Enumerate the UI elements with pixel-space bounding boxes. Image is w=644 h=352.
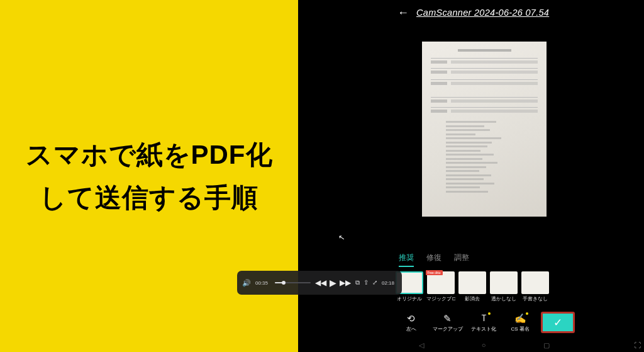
phone-preview-panel: ← CamScanner 2024-06-26 07.54 [298,0,644,352]
rotate-left-button[interactable]: ⟲ 左へ [394,313,429,332]
tab-repair[interactable]: 修復 [426,250,441,267]
nav-recent-icon[interactable]: ▢ [543,341,550,349]
back-icon[interactable]: ← [397,6,409,20]
signature-button[interactable]: ✍ CS 署名 [502,313,538,332]
filter-handwriting-none[interactable]: 手書きなし [521,271,549,302]
expand-icon[interactable]: ⤢ [372,279,377,287]
document-title[interactable]: CamScanner 2024-06-26 07.54 [416,8,549,18]
title-line-1: スマホで紙をPDF化 [26,133,273,176]
share-icon[interactable]: ⇪ [364,279,369,287]
current-time: 00:35 [255,280,270,286]
duration-time: 02:18 [382,280,397,286]
forward-icon[interactable]: ▶▶ [340,278,351,287]
signature-icon: ✍ [514,313,526,324]
phone-screen: ← CamScanner 2024-06-26 07.54 [390,0,579,352]
bottom-toolbar: ⟲ 左へ ✎ マークアップ Ｔ テキスト化 ✍ CS 署名 ✓ [390,307,579,338]
tab-recommended[interactable]: 推奨 [399,250,414,267]
app-header: ← CamScanner 2024-06-26 07.54 [390,0,579,25]
text-icon: Ｔ [479,313,489,324]
scanned-document [422,42,547,217]
filter-magic-pro[interactable]: Free ditto マジックプロ [426,271,455,302]
filter-label: 影消去 [458,296,487,302]
progress-bar[interactable] [275,282,311,283]
filter-label: 透かしなし [489,296,518,302]
fullscreen-icon[interactable]: ⛶ [634,341,641,349]
video-player-controls: 🔊 00:35 ◀◀ ▶ ▶▶ ⧉ ⇪ ⤢ 02:18 [237,271,402,295]
filter-shadow-remove[interactable]: 影消去 [458,271,486,302]
filter-tabs: 推奨 修復 調整 [390,246,579,268]
confirm-button[interactable]: ✓ [541,312,575,333]
ocr-button[interactable]: Ｔ テキスト化 [467,313,502,332]
filter-label: オリジナル [395,296,424,302]
markup-button[interactable]: ✎ マークアップ [430,313,465,332]
android-nav-bar: ◁ ○ ▢ [390,338,579,352]
tab-adjust[interactable]: 調整 [454,250,469,267]
pip-icon[interactable]: ⧉ [355,279,360,287]
title-line-2: して送信する手順 [40,176,258,219]
progress-knob[interactable] [282,281,286,285]
volume-icon[interactable]: 🔊 [242,279,251,287]
play-icon[interactable]: ▶ [330,278,336,288]
nav-back-icon[interactable]: ◁ [419,341,424,349]
check-icon: ✓ [553,316,562,329]
pencil-icon: ✎ [443,313,452,324]
free-badge: Free ditto [426,270,443,275]
filter-label: マジックプロ [426,296,455,302]
filter-label: 手書きなし [521,296,550,302]
nav-home-icon[interactable]: ○ [482,341,486,349]
document-preview-area[interactable] [390,25,579,246]
filter-thumbnails: オリジナル Free ditto マジックプロ 影消去 透かしなし 手書きなし [390,268,579,307]
filter-watermark-none[interactable]: 透かしなし [489,271,518,302]
rewind-icon[interactable]: ◀◀ [315,278,326,287]
rotate-left-icon: ⟲ [407,313,415,324]
title-panel: スマホで紙をPDF化 して送信する手順 [0,0,298,352]
